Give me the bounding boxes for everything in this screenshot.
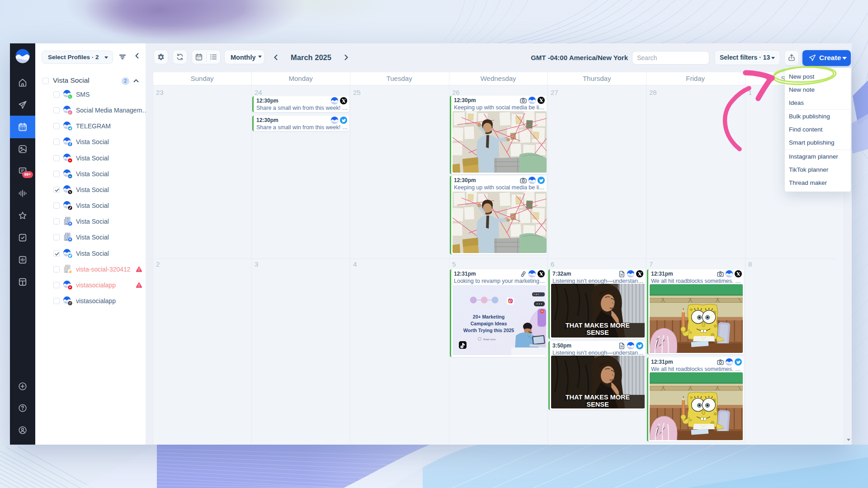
- svg-text:P: P: [69, 286, 71, 289]
- svg-text:@: @: [69, 301, 71, 305]
- svg-text:in: in: [69, 175, 71, 178]
